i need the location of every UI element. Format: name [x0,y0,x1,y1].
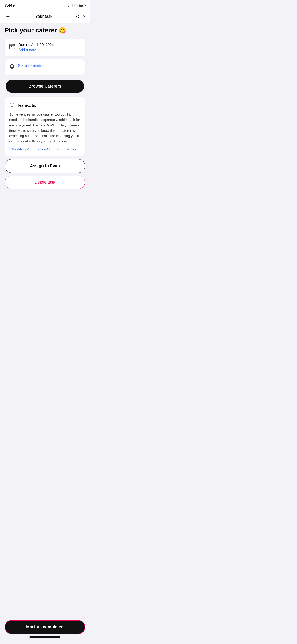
title-emoji: 😋 [59,27,66,34]
nav-bar: ← Your task < > [0,10,90,23]
reminder-info: Set a reminder [18,64,44,68]
location-icon: ▶ [13,4,16,7]
tip-link[interactable]: 7 Wedding Vendors You Might Forget to Ti… [9,147,76,151]
reminder-card[interactable]: Set a reminder [4,60,85,75]
tip-header: Team-Z tip [9,102,80,109]
svg-rect-4 [11,46,12,47]
browse-caterers-section: Browse Caterers [4,80,85,93]
browse-caterers-button[interactable]: Browse Caterers [6,80,84,93]
prev-button[interactable]: < [76,14,79,19]
due-date-card: Due on April 20, 2024 Add a note [4,39,85,56]
signal-icon [68,4,72,7]
status-icons [68,4,85,8]
next-button[interactable]: > [82,14,85,19]
page-title: Pick your caterer 😋 [4,27,85,34]
wifi-icon [74,4,78,8]
action-section: Assign to Evan Delete task [4,159,85,189]
status-time: 3:44 [4,3,12,8]
nav-title: Your task [35,14,52,19]
delete-button[interactable]: Delete task [4,176,85,189]
nav-arrows: < > [76,14,85,19]
tip-title: Team-Z tip [17,103,36,108]
svg-rect-0 [10,44,15,49]
calendar-icon [9,43,15,51]
assign-button[interactable]: Assign to Evan [4,159,85,173]
bell-icon [9,64,15,71]
add-note-link[interactable]: Add a note [18,48,54,52]
battery-icon [80,4,85,7]
svg-line-9 [13,103,14,103]
set-reminder-link[interactable]: Set a reminder [18,64,44,68]
due-date-text: Due on April 20, 2024 [18,43,54,47]
lightbulb-icon [9,102,15,109]
page-title-text: Pick your caterer [4,27,57,34]
tip-body-text: Some venues include caterer too but if i… [9,112,80,144]
page-content: Pick your caterer 😋 Due on April 20, 202… [0,23,90,212]
due-date-info: Due on April 20, 2024 Add a note [18,43,54,52]
back-button[interactable]: ← [4,12,12,20]
tip-card: Team-Z tip Some venues include caterer t… [4,98,85,156]
status-bar: 3:44 ▶ [0,0,90,10]
